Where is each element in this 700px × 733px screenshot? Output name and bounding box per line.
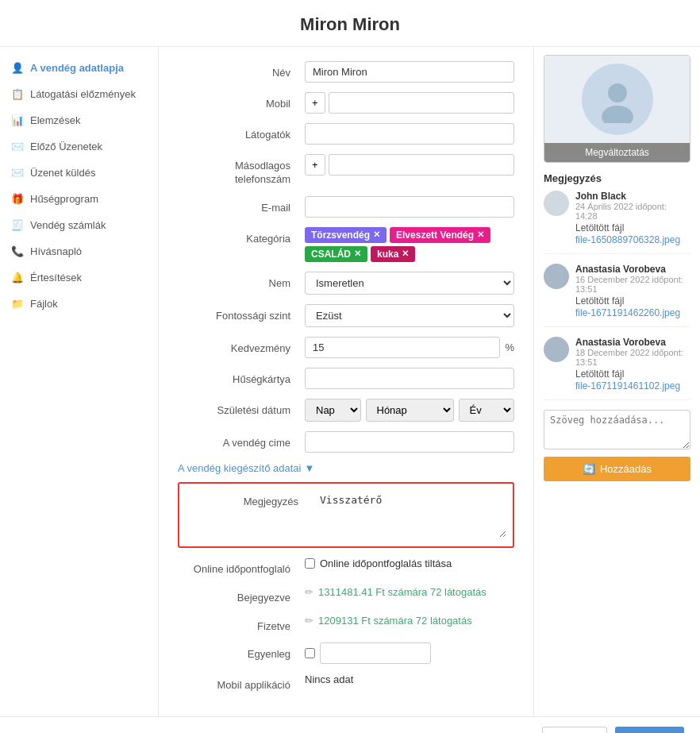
- comment-avatar: [544, 337, 569, 362]
- avatar-change-btn[interactable]: Megváltoztatás: [544, 143, 690, 162]
- egyenleg-checkbox[interactable]: [305, 648, 315, 658]
- nev-control: [305, 61, 514, 83]
- sidebar-item-ertesitesek[interactable]: 🔔Értesítések: [0, 264, 158, 291]
- megjegyzes-row: Megjegyzés: [178, 482, 514, 548]
- vendeg-cime-row: A vendég cime: [178, 431, 514, 453]
- honap-select[interactable]: HónapJanuárFebruárMárciusÁprilisMájusJún…: [366, 399, 454, 422]
- egyenleg-control: [305, 642, 514, 664]
- kategoria-row: Kategória Törzsvendég✕Elveszett Vendég✕C…: [178, 227, 514, 262]
- fontossagi-select[interactable]: EzüstAranyBronz: [305, 304, 514, 327]
- mobil-app-row: Mobil applikáció Nincs adat: [178, 673, 514, 692]
- online-checkbox[interactable]: [305, 558, 315, 569]
- comment-file-link[interactable]: file-1671191461102.jpeg: [575, 380, 680, 392]
- sidebar-item-uzenet-kuldes[interactable]: ✉️Üzenet küldés: [0, 160, 158, 186]
- nap-select[interactable]: Nap1234567891011121314151617181920212223…: [305, 399, 361, 422]
- save-button[interactable]: Mentés: [615, 727, 684, 733]
- bejegyezve-link[interactable]: 1311481.41 Ft számára 72 látogatás: [318, 586, 487, 598]
- comment-author: Anastasia Vorobeva: [575, 264, 690, 275]
- page-title: Miron Miron: [0, 0, 700, 47]
- online-label: Online időpontfoglaló: [178, 557, 305, 577]
- husegkartya-input[interactable]: [305, 368, 514, 389]
- sidebar: 👤A vendég adatlapja📋Látogatási előzménye…: [0, 47, 159, 716]
- tag-remove-icon[interactable]: ✕: [354, 249, 361, 259]
- fontossagi-label: Fontossági szint: [178, 304, 305, 323]
- sidebar-icon: 📞: [11, 245, 24, 257]
- husegkartya-control: [305, 368, 514, 389]
- comment-avatar: [544, 264, 569, 289]
- ev-select[interactable]: Év20242023202220212020201920182017201620…: [459, 399, 515, 422]
- fizetve-row: Fizetve ✏ 1209131 Ft számára 72 látogatá…: [178, 615, 514, 634]
- email-label: E-mail: [178, 196, 305, 215]
- comment-date: 18 December 2022 időpont: 13:51: [575, 348, 690, 367]
- sidebar-item-husegprogram[interactable]: 🎁Hűségprogram: [0, 186, 158, 212]
- sidebar-item-hivasnaplo[interactable]: 📞Hívásnapló: [0, 238, 158, 264]
- mobil-row: Mobil +: [178, 92, 514, 114]
- kedvezmeny-pct: %: [505, 341, 514, 353]
- online-row: Online időpontfoglaló Online időpontfogl…: [178, 557, 514, 577]
- mobil-input[interactable]: [329, 92, 514, 114]
- masodlagos-row: Másodlagos telefonszám +: [178, 154, 514, 187]
- bejegyezve-edit-icon[interactable]: ✏: [305, 586, 313, 598]
- avatar-container: Megváltoztatás: [544, 55, 690, 163]
- sidebar-icon: ✉️: [11, 141, 24, 152]
- comment-file-link[interactable]: file-1671191462260.jpeg: [575, 307, 680, 318]
- tag-csalad: CSALÁD✕: [305, 246, 367, 262]
- email-input[interactable]: [305, 196, 514, 218]
- tag-remove-icon[interactable]: ✕: [373, 230, 380, 240]
- tag-remove-icon[interactable]: ✕: [402, 249, 409, 259]
- tag-remove-icon[interactable]: ✕: [477, 230, 484, 240]
- nev-input[interactable]: [305, 61, 514, 83]
- megjegyzes-label: Megjegyzés: [186, 490, 313, 509]
- fizetve-edit-icon[interactable]: ✏: [305, 615, 313, 627]
- sidebar-item-fajlok[interactable]: 📁Fájlok: [0, 291, 158, 317]
- right-panel: Megváltoztatás Megjegyzés John Black 24 …: [533, 47, 700, 716]
- sidebar-icon: 📊: [11, 114, 24, 126]
- kedvezmeny-input[interactable]: [305, 337, 500, 358]
- expand-link[interactable]: A vendég kiegészítő adatai ▼: [178, 462, 314, 474]
- fizetve-link[interactable]: 1209131 Ft számára 72 látogatás: [318, 615, 472, 627]
- sidebar-icon: ✉️: [11, 167, 24, 179]
- sidebar-item-vendeg-szamlak[interactable]: 🧾Vendég számlák: [0, 212, 158, 238]
- kedvezmeny-row: Kedvezmény %: [178, 337, 514, 358]
- fontossagi-control: EzüstAranyBronz: [305, 304, 514, 327]
- content-area: Név Mobil + Látogatók: [159, 47, 533, 716]
- delete-button[interactable]: Törlés: [542, 727, 607, 733]
- egyenleg-input[interactable]: [320, 642, 431, 664]
- bejegyezve-control: ✏ 1311481.41 Ft számára 72 látogatás: [305, 586, 514, 598]
- nem-select[interactable]: IsmeretlenFérfiNő: [305, 272, 514, 295]
- nem-control: IsmeretlenFérfiNő: [305, 272, 514, 295]
- sidebar-label: Értesítések: [30, 272, 82, 284]
- sidebar-item-latogatasi-elozmenyek[interactable]: 📋Látogatási előzmények: [0, 81, 158, 107]
- sidebar-item-vendeg-adatlapja[interactable]: 👤A vendég adatlapja: [0, 55, 158, 81]
- bejegyezve-row: Bejegyezve ✏ 1311481.41 Ft számára 72 lá…: [178, 586, 514, 605]
- sidebar-label: A vendég adatlapja: [30, 62, 124, 74]
- husegkartya-row: Hűségkártya: [178, 368, 514, 389]
- comment-text: Letöltött fájl: [575, 295, 690, 307]
- latogatók-row: Látogatók: [178, 123, 514, 145]
- mobil-app-label: Mobil applikáció: [178, 673, 305, 692]
- vendeg-cime-input[interactable]: [305, 431, 514, 453]
- comment-text: Letöltött fájl: [575, 368, 690, 380]
- add-comment-textarea[interactable]: [544, 410, 690, 449]
- masodlagos-input[interactable]: [329, 154, 514, 176]
- add-icon: 🔄: [583, 463, 595, 475]
- avatar: [582, 64, 653, 135]
- mobil-app-value: Nincs adat: [305, 673, 353, 685]
- add-comment-button[interactable]: 🔄 Hozzáadás: [544, 457, 690, 481]
- sidebar-item-elemzesek[interactable]: 📊Elemzések: [0, 107, 158, 133]
- latogatók-input[interactable]: [305, 123, 514, 145]
- kategoria-control: Törzsvendég✕Elveszett Vendég✕CSALÁD✕kuka…: [305, 227, 514, 262]
- megjegyzes-textarea[interactable]: [313, 490, 506, 538]
- sidebar-item-elozo-uzenetek[interactable]: ✉️Előző Üzenetek: [0, 133, 158, 160]
- fontossagi-row: Fontossági szint EzüstAranyBronz: [178, 304, 514, 327]
- email-row: E-mail: [178, 196, 514, 218]
- comment-author: John Black: [575, 191, 690, 202]
- megjegyzes-control: [313, 490, 506, 540]
- vendeg-cime-control: [305, 431, 514, 453]
- mobil-plus-btn[interactable]: +: [305, 92, 325, 114]
- bejegyezve-label: Bejegyezve: [178, 586, 305, 605]
- egyenleg-label: Egyenleg: [178, 642, 305, 662]
- comment-file-link[interactable]: file-1650889706328.jpeg: [575, 234, 680, 245]
- masodlagos-plus-btn[interactable]: +: [305, 154, 325, 176]
- nev-label: Név: [178, 61, 305, 80]
